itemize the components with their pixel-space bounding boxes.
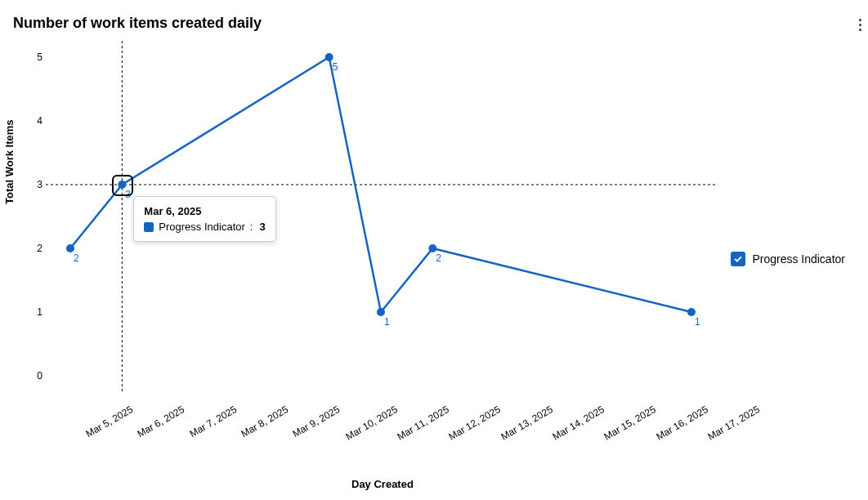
data-point[interactable] — [428, 244, 436, 252]
x-tick: Mar 7, 2025 — [187, 404, 238, 440]
legend-label: Progress Indicator — [752, 252, 845, 266]
chart-root: Number of work items created daily Total… — [0, 0, 868, 500]
y-tick: 4 — [37, 115, 43, 127]
data-label: 2 — [436, 252, 441, 264]
tooltip: Mar 6, 2025 Progress Indicator : 3 — [133, 196, 275, 242]
tooltip-series-marker — [144, 222, 154, 232]
x-tick: Mar 8, 2025 — [239, 404, 290, 440]
y-tick: 5 — [37, 51, 43, 63]
tooltip-series-label: Progress Indicator — [159, 221, 245, 233]
data-label: 2 — [74, 252, 79, 264]
y-tick: 3 — [37, 179, 43, 190]
data-point[interactable] — [687, 308, 696, 316]
tooltip-value: 3 — [259, 221, 265, 233]
data-label: 1 — [695, 316, 700, 328]
x-axis-ticks: Mar 5, 2025Mar 6, 2025Mar 7, 2025Mar 8, … — [46, 397, 716, 454]
x-tick: Mar 14, 2025 — [550, 404, 606, 442]
x-tick: Mar 13, 2025 — [499, 404, 554, 442]
x-tick: Mar 17, 2025 — [705, 404, 761, 442]
data-point[interactable] — [377, 308, 385, 316]
data-point[interactable] — [118, 181, 126, 189]
tooltip-date: Mar 6, 2025 — [144, 205, 265, 217]
x-tick: Mar 12, 2025 — [447, 404, 503, 442]
x-tick: Mar 11, 2025 — [395, 404, 450, 442]
legend-checkbox[interactable] — [731, 252, 745, 266]
chart-title: Number of work items created daily — [13, 15, 262, 32]
more-vertical-icon[interactable] — [853, 15, 866, 34]
legend[interactable]: Progress Indicator — [731, 252, 845, 266]
data-label: 1 — [384, 316, 390, 328]
x-tick: Mar 6, 2025 — [136, 404, 186, 440]
y-tick: 2 — [37, 243, 43, 254]
x-tick: Mar 10, 2025 — [343, 404, 399, 442]
data-point[interactable] — [325, 53, 333, 61]
x-tick: Mar 5, 2025 — [84, 404, 135, 440]
series-data-labels: 235121 — [74, 61, 700, 328]
data-point[interactable] — [66, 244, 74, 252]
x-axis-label: Day Created — [351, 478, 414, 490]
x-tick: Mar 9, 2025 — [291, 404, 342, 440]
x-tick: Mar 16, 2025 — [654, 404, 709, 442]
y-axis-ticks: 012345 — [29, 41, 43, 392]
y-axis-label: Total Work Items — [3, 119, 16, 204]
y-tick: 1 — [37, 306, 43, 318]
x-tick: Mar 15, 2025 — [602, 404, 658, 442]
y-tick: 0 — [37, 370, 43, 382]
data-label: 5 — [333, 61, 338, 73]
data-label: 3 — [125, 189, 131, 200]
